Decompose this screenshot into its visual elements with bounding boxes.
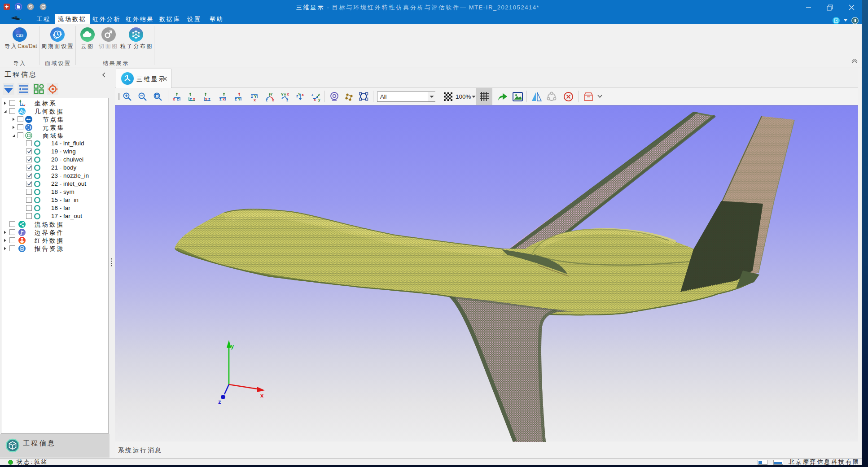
svg-text:x: x [24, 103, 26, 107]
svg-text:x: x [173, 97, 175, 101]
svg-text:Y: Y [281, 92, 284, 97]
svg-text:x: x [314, 97, 316, 102]
svg-text:Y: Y [19, 100, 22, 104]
svg-text:Y: Y [270, 92, 273, 96]
svg-text:x: x [272, 98, 274, 102]
svg-text:z: z [311, 92, 313, 97]
svg-text:x: x [193, 97, 195, 101]
svg-text:Y: Y [238, 97, 241, 101]
svg-text:cas: cas [16, 31, 24, 38]
svg-text:x: x [260, 392, 264, 399]
svg-text:z: z [190, 97, 192, 101]
svg-text:x: x [302, 92, 304, 97]
svg-text:x: x [205, 97, 207, 101]
svg-text:z: z [22, 102, 23, 106]
svg-text:Y: Y [298, 92, 301, 96]
svg-text:z: z [286, 98, 288, 102]
svg-text:z: z [218, 398, 221, 405]
svg-text:y: y [318, 97, 320, 102]
svg-text:z: z [219, 97, 222, 101]
svg-text:z: z [177, 97, 179, 101]
svg-text:x: x [254, 98, 256, 102]
svg-text:z: z [235, 97, 237, 101]
svg-text:z: z [266, 98, 267, 102]
svg-text:y: y [231, 343, 234, 349]
svg-text:x: x [287, 92, 289, 96]
svg-text:z: z [208, 97, 210, 101]
svg-text:x: x [223, 97, 225, 101]
svg-text:z: z [251, 94, 253, 99]
